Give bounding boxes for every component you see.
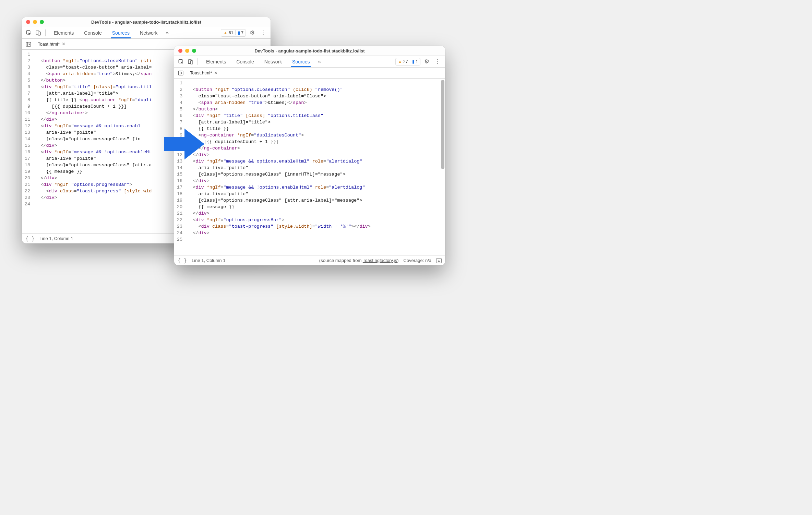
more-tabs[interactable]: » <box>163 30 171 36</box>
code-editor[interactable]: 1234567891011121314151617181920212223242… <box>174 79 445 255</box>
kebab-icon[interactable]: ⋮ <box>258 29 268 36</box>
issues-badges[interactable]: ▲61 ▮7 <box>221 29 246 37</box>
editor-toolbar: Toast.html* ✕ <box>174 68 445 79</box>
titlebar[interactable]: DevTools - angular-sample-todo-list.stac… <box>22 17 271 27</box>
close-icon[interactable] <box>178 49 182 53</box>
source-map-link[interactable]: Toast.ngfactory.js <box>363 258 397 263</box>
svg-marker-5 <box>29 44 30 45</box>
source-mapped-label: (source mapped from Toast.ngfactory.js) <box>319 258 398 263</box>
tab-console[interactable]: Console <box>79 28 106 38</box>
kebab-icon[interactable]: ⋮ <box>433 58 442 65</box>
file-tab-label: Toast.html* <box>190 70 212 75</box>
window-title: DevTools - angular-sample-todo-list.stac… <box>22 20 271 25</box>
window-title: DevTools - angular-sample-todo-list.stac… <box>174 48 445 53</box>
arrow-icon <box>164 127 205 161</box>
panel-tabs: Elements Console Sources Network » <box>48 28 221 38</box>
warning-icon: ▲ <box>223 30 228 35</box>
minimize-icon[interactable] <box>33 20 37 24</box>
tab-sources[interactable]: Sources <box>107 28 134 38</box>
maximize-icon[interactable] <box>192 49 196 53</box>
drawer-toggle-icon[interactable]: ▲ <box>436 258 442 263</box>
tab-network[interactable]: Network <box>135 28 162 38</box>
svg-marker-6 <box>164 129 204 159</box>
coverage-status: Coverage: n/a <box>403 258 431 263</box>
warning-icon: ▲ <box>398 59 402 64</box>
cursor-position: Line 1, Column 1 <box>192 258 225 263</box>
code-content[interactable]: <button *ngIf="options.closeButton" (cli… <box>185 79 440 255</box>
panel-tabs: Elements Console Network Sources » <box>200 57 395 67</box>
main-toolbar: Elements Console Network Sources » ▲27 ▮… <box>174 56 445 68</box>
navigator-toggle-icon[interactable] <box>177 68 184 78</box>
main-toolbar: Elements Console Sources Network » ▲61 ▮… <box>22 27 271 39</box>
scrollbar[interactable] <box>440 79 445 255</box>
message-count: 7 <box>241 31 243 35</box>
tab-elements[interactable]: Elements <box>201 57 231 67</box>
inspect-icon[interactable] <box>176 57 186 67</box>
line-gutter: 123456789101112131415161718192021222324 <box>22 50 33 233</box>
close-icon[interactable]: ✕ <box>62 41 65 47</box>
svg-marker-12 <box>181 72 182 73</box>
pretty-print-icon[interactable]: { } <box>178 258 187 264</box>
titlebar[interactable]: DevTools - angular-sample-todo-list.stac… <box>174 46 445 56</box>
gear-icon[interactable]: ⚙ <box>422 58 431 65</box>
file-tab[interactable]: Toast.html* ✕ <box>188 69 220 77</box>
inspect-icon[interactable] <box>24 28 34 38</box>
status-bar: { } Line 1, Column 1 (source mapped from… <box>174 255 445 265</box>
warning-count: 27 <box>403 59 408 64</box>
maximize-icon[interactable] <box>40 20 44 24</box>
devtools-window-right: DevTools - angular-sample-todo-list.stac… <box>174 46 445 265</box>
device-toggle-icon[interactable] <box>34 28 43 38</box>
svg-rect-9 <box>190 61 193 64</box>
navigator-toggle-icon[interactable] <box>25 39 32 49</box>
tab-console[interactable]: Console <box>231 57 259 67</box>
message-icon: ▮ <box>412 59 415 64</box>
cursor-position: Line 1, Column 1 <box>39 236 73 241</box>
tab-sources[interactable]: Sources <box>287 57 314 67</box>
message-icon: ▮ <box>238 30 240 35</box>
close-icon[interactable] <box>26 20 30 24</box>
file-tab[interactable]: Toast.html* ✕ <box>36 40 68 48</box>
minimize-icon[interactable] <box>185 49 189 53</box>
scroll-thumb[interactable] <box>441 80 444 169</box>
message-count: 1 <box>416 59 418 64</box>
svg-rect-2 <box>38 32 40 35</box>
issues-badges[interactable]: ▲27 ▮1 <box>395 58 420 65</box>
pretty-print-icon[interactable]: { } <box>25 236 35 242</box>
device-toggle-icon[interactable] <box>186 57 195 67</box>
tab-network[interactable]: Network <box>260 57 287 67</box>
line-gutter: 1234567891011121314151617181920212223242… <box>174 79 185 255</box>
gear-icon[interactable]: ⚙ <box>247 29 257 36</box>
close-icon[interactable]: ✕ <box>214 70 218 75</box>
warning-count: 61 <box>229 31 233 35</box>
file-tab-label: Toast.html* <box>38 41 60 47</box>
tab-elements[interactable]: Elements <box>49 28 79 38</box>
more-tabs[interactable]: » <box>315 59 323 64</box>
